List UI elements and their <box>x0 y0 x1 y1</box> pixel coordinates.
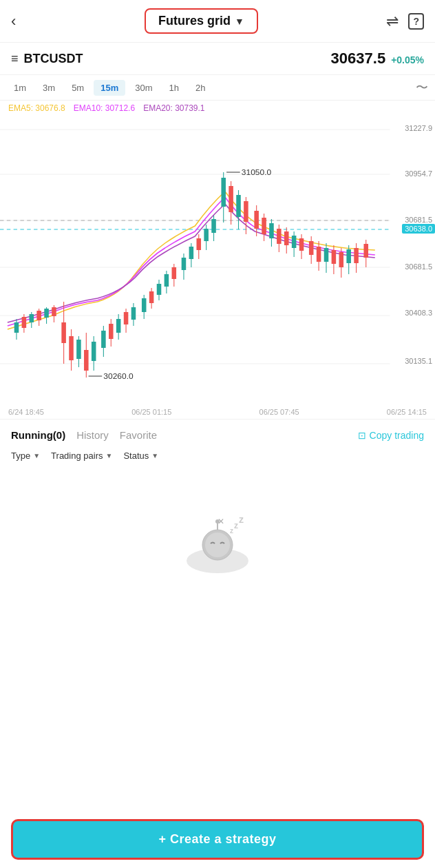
svg-rect-63 <box>229 186 233 212</box>
price-label-5: 30135.1 <box>405 357 432 365</box>
svg-text:z: z <box>234 521 238 530</box>
filter-pairs-label: Trading pairs <box>51 451 103 461</box>
tf-2h[interactable]: 2h <box>189 80 212 96</box>
title-dropdown-arrow: ▼ <box>235 16 244 27</box>
tf-3m[interactable]: 3m <box>36 80 62 96</box>
tabs-row: Running(0) History Favorite ⊡ Copy tradi… <box>0 420 435 446</box>
tab-history[interactable]: History <box>76 429 120 441</box>
xaxis-label-2: 06/25 01:15 <box>131 408 171 416</box>
price-label-top: 31227.9 <box>405 124 432 132</box>
filter-status-arrow: ▼ <box>151 452 158 459</box>
timeframe-row: 1m 3m 5m 15m 30m 1h 2h 〜 <box>0 75 435 101</box>
svg-rect-93 <box>346 249 351 263</box>
svg-rect-43 <box>149 291 154 303</box>
svg-rect-15 <box>36 311 41 320</box>
svg-rect-51 <box>182 258 187 270</box>
svg-rect-73 <box>269 223 274 238</box>
svg-rect-29 <box>92 342 96 361</box>
svg-rect-71 <box>262 218 266 234</box>
svg-text:z: z <box>230 527 233 535</box>
svg-rect-31 <box>101 331 106 348</box>
svg-text:30260.0: 30260.0 <box>103 372 133 380</box>
price-label-3: 30681.5 <box>405 262 432 271</box>
chart-area[interactable]: 31050.0 30260.0 31227.9 30954.7 30681.5 … <box>0 116 435 405</box>
svg-rect-85 <box>317 247 321 262</box>
svg-rect-49 <box>172 267 177 279</box>
create-strategy-button[interactable]: + Create a strategy <box>11 819 424 860</box>
futures-grid-title-box[interactable]: Futures grid ▼ <box>145 8 258 34</box>
svg-text:z: z <box>239 514 244 525</box>
menu-icon[interactable]: ≡ <box>11 52 19 66</box>
tf-1m[interactable]: 1m <box>7 80 33 96</box>
copy-trading-button[interactable]: ⊡ Copy trading <box>358 430 424 441</box>
ema5-label: EMA5: 30676.8 <box>8 103 65 113</box>
chart-svg: 31050.0 30260.0 <box>0 116 435 405</box>
svg-rect-37 <box>124 312 129 324</box>
copy-trading-icon: ⊡ <box>358 430 366 441</box>
filter-pairs-arrow: ▼ <box>105 452 112 459</box>
wave-icon[interactable]: 〜 <box>416 79 428 96</box>
svg-rect-53 <box>189 247 194 259</box>
svg-rect-11 <box>22 317 27 328</box>
copy-trading-label: Copy trading <box>370 430 424 441</box>
price-label-2: 30954.7 <box>405 169 432 178</box>
svg-rect-13 <box>29 314 34 322</box>
filter-trading-pairs[interactable]: Trading pairs ▼ <box>51 451 112 461</box>
futures-grid-label: Futures grid <box>158 14 231 28</box>
tab-running[interactable]: Running(0) <box>11 429 76 441</box>
svg-rect-69 <box>254 211 259 229</box>
symbol-row: ≡ BTCUSDT 30637.5 +0.05% <box>0 43 435 75</box>
svg-rect-27 <box>84 350 89 371</box>
xaxis-row: 6/24 18:45 06/25 01:15 06/25 07:45 06/25… <box>0 405 435 420</box>
svg-point-104 <box>205 533 230 557</box>
svg-rect-81 <box>299 238 304 251</box>
svg-rect-75 <box>277 229 282 244</box>
ema20-label: EMA20: 30739.1 <box>143 103 204 113</box>
svg-rect-61 <box>221 178 226 207</box>
svg-rect-23 <box>69 336 74 360</box>
filter-row: Type ▼ Trading pairs ▼ Status ▼ <box>0 446 435 468</box>
tab-favorite[interactable]: Favorite <box>120 429 168 441</box>
tf-30m[interactable]: 30m <box>128 80 159 96</box>
filter-status-label: Status <box>123 451 149 461</box>
xaxis-label-1: 6/24 18:45 <box>8 408 44 416</box>
svg-rect-9 <box>14 322 19 333</box>
svg-rect-95 <box>354 248 359 263</box>
xaxis-label-4: 06/25 14:15 <box>387 408 427 416</box>
svg-rect-25 <box>76 340 81 359</box>
svg-rect-83 <box>309 241 314 255</box>
help-icon[interactable]: ? <box>408 13 424 30</box>
svg-rect-89 <box>332 250 337 264</box>
symbol-name: BTCUSDT <box>24 52 83 66</box>
svg-text:31050.0: 31050.0 <box>242 168 271 176</box>
price-change: +0.05% <box>391 54 424 65</box>
svg-rect-45 <box>157 284 162 295</box>
back-button[interactable]: ‹ <box>11 12 16 30</box>
price-label-dashed: 30681.5 <box>405 216 432 224</box>
svg-rect-87 <box>324 248 329 262</box>
filter-type[interactable]: Type ▼ <box>11 451 40 461</box>
svg-rect-19 <box>52 307 56 316</box>
compare-icon[interactable]: ⇌ <box>386 12 399 30</box>
svg-rect-77 <box>284 231 289 245</box>
svg-rect-65 <box>236 195 241 217</box>
svg-rect-91 <box>339 252 344 267</box>
svg-rect-39 <box>131 307 136 320</box>
filter-type-label: Type <box>11 451 30 461</box>
header: ‹ Futures grid ▼ ⇌ ? <box>0 0 435 43</box>
svg-rect-57 <box>204 229 209 241</box>
current-price: 30637.5 <box>331 50 386 68</box>
svg-point-110 <box>215 519 220 524</box>
svg-rect-21 <box>61 322 66 343</box>
svg-rect-17 <box>44 309 49 318</box>
empty-icon: z z z ✕ <box>176 509 259 578</box>
svg-rect-97 <box>363 244 368 258</box>
svg-rect-33 <box>109 324 114 339</box>
tf-15m[interactable]: 15m <box>94 80 125 96</box>
tf-5m[interactable]: 5m <box>65 80 91 96</box>
filter-status[interactable]: Status ▼ <box>123 451 158 461</box>
tf-1h[interactable]: 1h <box>162 80 186 96</box>
svg-rect-55 <box>196 238 201 250</box>
svg-rect-47 <box>165 274 169 287</box>
svg-rect-59 <box>211 219 216 233</box>
